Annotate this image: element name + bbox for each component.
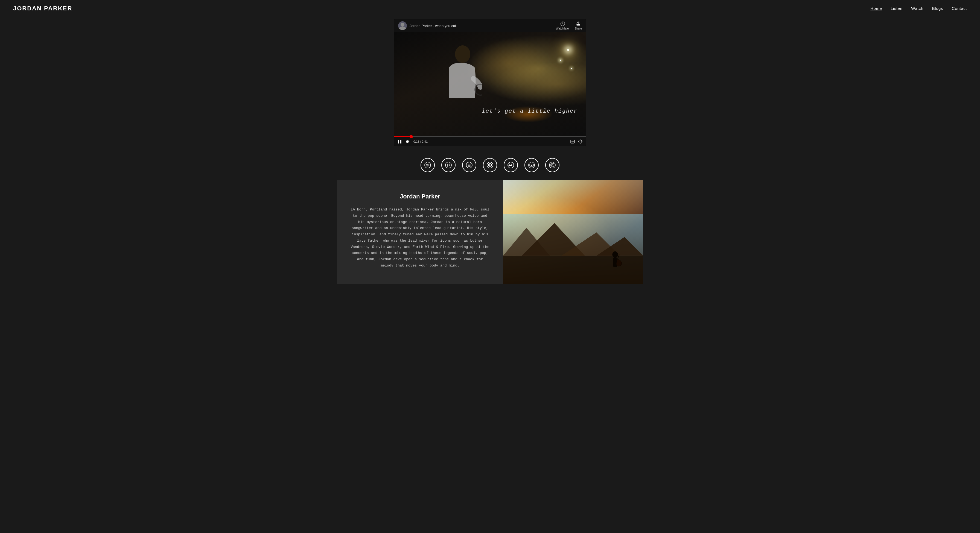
svg-point-0 [401,23,404,27]
apple-music-icon[interactable] [441,158,455,172]
svg-point-15 [445,162,452,168]
share-button[interactable]: Share [574,21,582,30]
person-silhouette [427,43,482,120]
video-title: Jordan Parker - when you call [410,24,457,28]
video-title-area: Jordan Parker - when you call [398,21,457,30]
watch-later-button[interactable]: Watch later [556,21,570,30]
nav-links: Home Listen Watch Blogs Contact [870,6,967,11]
social-icons: am [0,151,980,180]
bio-text-column: Jordan Parker LA born, Portland raised, … [337,180,503,284]
progress-bar[interactable] [394,136,586,137]
svg-marker-28 [531,165,533,166]
svg-point-13 [580,141,581,143]
svg-point-16 [447,166,448,167]
svg-rect-6 [398,140,399,143]
svg-rect-7 [400,140,401,143]
bio-name: Jordan Parker [400,193,440,200]
bio-image-column [503,180,643,284]
svg-rect-10 [571,140,574,143]
svg-point-29 [549,162,555,168]
video-header-actions: Watch later Share [556,21,582,30]
progress-dot [410,135,413,138]
mountain-scene [503,214,643,284]
nav-watch[interactable]: Watch [911,6,923,11]
nav-home[interactable]: Home [870,6,882,11]
lyrics-overlay: let's get a little higher [482,108,578,114]
channel-avatar [398,21,407,30]
video-background: let's get a little higher [394,32,586,136]
youtube-icon[interactable] [525,158,539,172]
video-player: Jordan Parker - when you call Watch late… [394,19,586,146]
light-3 [571,68,572,69]
spotify-icon[interactable] [420,158,435,172]
nav-blogs[interactable]: Blogs [932,6,943,11]
svg-point-31 [552,164,553,166]
settings-button[interactable] [578,139,583,144]
nav-contact[interactable]: Contact [952,6,967,11]
site-logo[interactable]: JORDAN PARKER [13,5,72,12]
mute-button[interactable] [405,139,411,144]
light-1 [567,49,569,51]
svg-point-4 [455,45,470,63]
controls-row: 0:13 / 2:41 [394,137,586,146]
svg-marker-22 [490,164,491,166]
video-header: Jordan Parker - when you call Watch late… [394,19,586,32]
bio-text: LA born, Portland raised, Jordan Parker … [350,207,490,269]
soundcloud-icon[interactable] [504,158,518,172]
svg-point-39 [612,251,618,258]
captions-button[interactable] [570,139,575,144]
svg-rect-30 [551,163,554,167]
main-nav: JORDAN PARKER Home Listen Watch Blogs Co… [0,0,980,17]
watch-later-label: Watch later [556,27,570,30]
amazon-icon[interactable]: am [462,158,476,172]
svg-point-32 [554,163,554,164]
bio-section: Jordan Parker LA born, Portland raised, … [326,180,654,284]
video-frame[interactable]: let's get a little higher [394,32,586,136]
pause-button[interactable] [397,139,402,144]
share-label: Share [574,27,582,30]
video-container: Jordan Parker - when you call Watch late… [0,17,980,151]
svg-rect-38 [503,256,643,284]
right-controls [570,139,583,144]
svg-text:am: am [468,164,471,166]
light-2 [560,60,561,61]
play-music-icon[interactable] [483,158,497,172]
nav-listen[interactable]: Listen [891,6,902,11]
instagram-icon[interactable] [545,158,560,172]
progress-fill [394,136,410,137]
video-controls: 0:13 / 2:41 [394,136,586,146]
svg-point-1 [399,27,406,30]
time-display: 0:13 / 2:41 [414,140,428,143]
